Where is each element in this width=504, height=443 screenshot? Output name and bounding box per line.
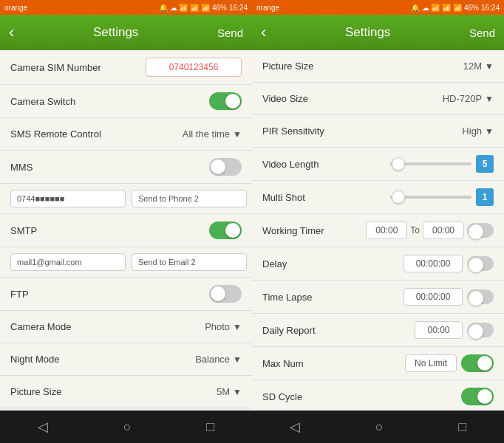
sms-remote-value: All the time <box>183 128 230 140</box>
smtp-toggle[interactable] <box>209 222 242 239</box>
left-picture-size-value: 5M <box>217 386 230 397</box>
working-timer-row: Working Timer To <box>252 214 504 247</box>
right-bottom-nav: ◁ ○ □ <box>252 411 504 443</box>
working-timer-from[interactable] <box>366 222 407 239</box>
send-to-phone-input[interactable] <box>132 190 247 207</box>
multi-shot-track[interactable] <box>390 196 471 199</box>
smtp-label: SMTP <box>10 225 37 236</box>
mms-label: MMS <box>10 162 33 173</box>
daily-report-inputs <box>415 321 494 339</box>
working-timer-inputs: To <box>366 222 494 239</box>
night-mode-arrow: ▼ <box>233 354 242 365</box>
camera-switch-row: Camera Switch <box>0 85 252 118</box>
video-size-value: HD-720P <box>443 93 482 104</box>
camera-mode-arrow: ▼ <box>233 322 242 332</box>
delay-toggle[interactable] <box>467 256 494 271</box>
email-input[interactable] <box>10 253 126 271</box>
pir-sensitivity-dropdown[interactable]: High ▼ <box>462 126 494 137</box>
sms-remote-dropdown[interactable]: All the time ▼ <box>183 128 242 140</box>
ftp-toggle[interactable] <box>209 285 242 303</box>
right-picture-size-row: Picture Size 12M ▼ <box>252 50 504 83</box>
time-lapse-inputs <box>403 288 494 306</box>
pir-sensitivity-value: High <box>462 126 482 137</box>
right-home-nav-icon[interactable]: ○ <box>375 419 384 435</box>
multi-shot-thumb[interactable] <box>392 190 405 204</box>
camera-sim-input[interactable] <box>146 58 242 77</box>
night-mode-row: Night Mode Balance ▼ <box>0 343 252 376</box>
daily-report-label: Daily Report <box>262 325 316 336</box>
video-length-badge: 5 <box>476 155 494 173</box>
time-lapse-toggle[interactable] <box>467 289 494 304</box>
video-size-row: Video Size HD-720P ▼ <box>252 83 504 115</box>
right-back-button[interactable]: ‹ <box>261 23 266 42</box>
left-picture-size-dropdown[interactable]: 5M ▼ <box>217 386 242 397</box>
camera-mode-row: Camera Mode Photo ▼ <box>0 311 252 343</box>
working-timer-toggle[interactable] <box>467 223 494 238</box>
night-mode-dropdown[interactable]: Balance ▼ <box>195 354 242 365</box>
max-num-toggle[interactable] <box>461 354 494 372</box>
daily-report-row: Daily Report <box>252 314 504 347</box>
left-recent-nav-icon[interactable]: □ <box>206 419 214 435</box>
sd-cycle-label: SD Cycle <box>262 391 302 402</box>
right-recent-nav-icon[interactable]: □ <box>458 419 466 435</box>
delay-inputs <box>403 255 494 272</box>
video-length-slider-container: 5 <box>390 155 494 173</box>
sd-cycle-row: SD Cycle <box>252 380 504 411</box>
left-send-button[interactable]: Send <box>217 27 243 39</box>
working-timer-to-label: To <box>410 225 420 236</box>
mms-toggle[interactable] <box>209 158 242 176</box>
right-send-button[interactable]: Send <box>469 27 495 39</box>
delay-label: Delay <box>262 258 287 269</box>
sms-remote-row: SMS Remote Control All the time ▼ <box>0 118 252 151</box>
left-back-nav-icon[interactable]: ◁ <box>38 419 48 435</box>
right-header: ‹ Settings Send <box>252 15 504 50</box>
video-length-row: Video Length 5 <box>252 148 504 181</box>
pir-sensitivity-label: PIR Sensitivity <box>262 126 324 137</box>
pir-sensitivity-row: PIR Sensitivity High ▼ <box>252 115 504 148</box>
right-back-nav-icon[interactable]: ◁ <box>290 419 300 435</box>
phone-row <box>0 184 252 214</box>
left-panel: orange 🔔 ☁ 📶 📶 📶 46% 16:24 ‹ Settings Se… <box>0 0 252 443</box>
left-content: Camera SIM Number Camera Switch SMS Remo… <box>0 50 252 411</box>
camera-mode-dropdown[interactable]: Photo ▼ <box>205 321 242 332</box>
pir-sensitivity-arrow: ▼ <box>485 126 494 137</box>
video-length-thumb[interactable] <box>392 157 405 171</box>
left-home-nav-icon[interactable]: ○ <box>123 419 132 435</box>
camera-sim-label: Camera SIM Number <box>10 62 101 73</box>
camera-mode-label: Camera Mode <box>10 321 71 332</box>
right-status-bar: orange 🔔 ☁ 📶 📶 📶 46% 16:24 <box>252 0 504 15</box>
camera-switch-toggle[interactable] <box>209 92 242 110</box>
left-carrier: orange <box>4 4 27 12</box>
max-num-row: Max Num <box>252 347 504 380</box>
phone-number-input[interactable] <box>10 190 126 207</box>
video-length-track[interactable] <box>390 162 471 165</box>
daily-report-toggle[interactable] <box>467 323 494 337</box>
right-status-icons: 🔔 ☁ 📶 📶 📶 <box>411 4 462 12</box>
smtp-row: SMTP <box>0 214 252 247</box>
max-num-input[interactable] <box>405 354 457 372</box>
time-lapse-label: Time Lapse <box>262 292 312 303</box>
video-length-label: Video Length <box>262 159 319 170</box>
send-to-email-input[interactable] <box>132 253 247 271</box>
right-picture-size-arrow: ▼ <box>485 61 494 72</box>
max-num-inputs <box>405 354 494 372</box>
left-back-button[interactable]: ‹ <box>9 23 14 42</box>
working-timer-to[interactable] <box>423 222 464 239</box>
email-row <box>0 247 252 278</box>
sd-cycle-toggle[interactable] <box>461 388 494 405</box>
time-lapse-input[interactable] <box>403 288 463 306</box>
delay-input[interactable] <box>403 255 463 272</box>
left-time: 16:24 <box>229 4 248 12</box>
sms-remote-label: SMS Remote Control <box>10 128 101 140</box>
right-content: Picture Size 12M ▼ Video Size HD-720P ▼ … <box>252 50 504 411</box>
video-size-dropdown[interactable]: HD-720P ▼ <box>443 93 494 104</box>
daily-report-input[interactable] <box>415 321 463 339</box>
multi-shot-label: Multi Shot <box>262 192 305 203</box>
multi-shot-badge: 1 <box>476 188 494 206</box>
working-timer-label: Working Timer <box>262 225 324 236</box>
ftp-label: FTP <box>10 289 29 300</box>
left-picture-size-row: Picture Size 5M ▼ <box>0 376 252 408</box>
right-picture-size-dropdown[interactable]: 12M ▼ <box>463 61 494 72</box>
right-time: 16:24 <box>481 4 500 12</box>
left-picture-size-arrow: ▼ <box>233 387 242 397</box>
